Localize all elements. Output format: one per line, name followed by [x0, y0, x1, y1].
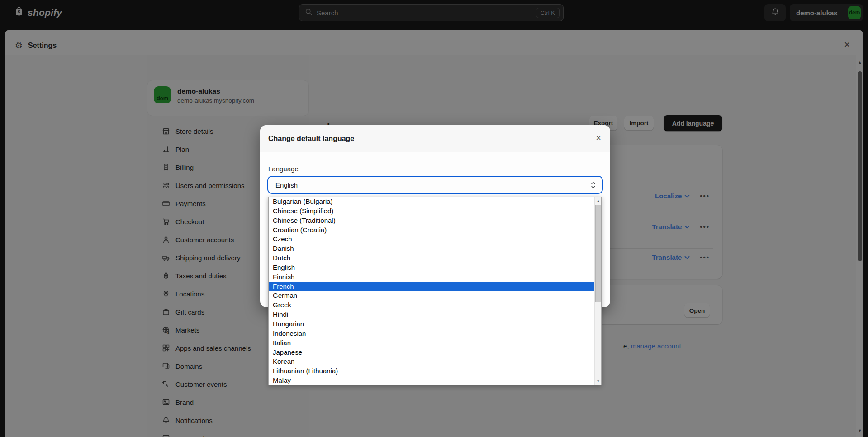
language-option[interactable]: German [269, 291, 594, 301]
language-option[interactable]: Danish [269, 244, 594, 254]
select-updown-icon [591, 182, 596, 188]
language-option[interactable]: Lithuanian (Lithuania) [269, 367, 594, 376]
language-listbox-options: Bulgarian (Bulgaria)Chinese (Simplified)… [269, 197, 594, 385]
language-field-label: Language [268, 165, 299, 173]
language-option[interactable]: Chinese (Simplified) [269, 207, 594, 216]
language-option[interactable]: Chinese (Traditional) [269, 216, 594, 226]
language-option[interactable]: Korean [269, 357, 594, 367]
modal-close-icon[interactable]: × [596, 133, 601, 142]
language-select[interactable]: English [267, 176, 603, 194]
modal-title: Change default language [268, 135, 354, 143]
language-option[interactable]: Croatian (Croatia) [269, 226, 594, 235]
listbox-scrollbar-thumb[interactable] [595, 205, 601, 302]
listbox-scroll-down-icon[interactable]: ▼ [595, 377, 602, 385]
language-option[interactable]: Finnish [269, 273, 594, 282]
screen: S shopify Search Ctrl K [0, 0, 868, 437]
language-option[interactable]: English [269, 263, 594, 273]
language-select-value: English [275, 181, 298, 189]
listbox-scroll-up-icon[interactable]: ▲ [595, 197, 602, 204]
language-option[interactable]: Japanese [269, 348, 594, 357]
modal-header: Change default language [260, 125, 610, 152]
language-listbox: Bulgarian (Bulgaria)Chinese (Simplified)… [268, 197, 602, 385]
language-option[interactable]: Greek [269, 301, 594, 310]
language-option[interactable]: Dutch [269, 254, 594, 263]
language-option[interactable]: Hungarian [269, 320, 594, 329]
language-option[interactable]: Czech [269, 235, 594, 244]
language-option[interactable]: French [269, 282, 594, 291]
language-option[interactable]: Indonesian [269, 329, 594, 338]
language-option[interactable]: Bulgarian (Bulgaria) [269, 197, 594, 207]
listbox-scrollbar[interactable]: ▲ ▼ [594, 197, 601, 385]
language-option[interactable]: Italian [269, 338, 594, 348]
language-option[interactable]: Malay [269, 376, 594, 385]
language-option[interactable]: Hindi [269, 310, 594, 320]
